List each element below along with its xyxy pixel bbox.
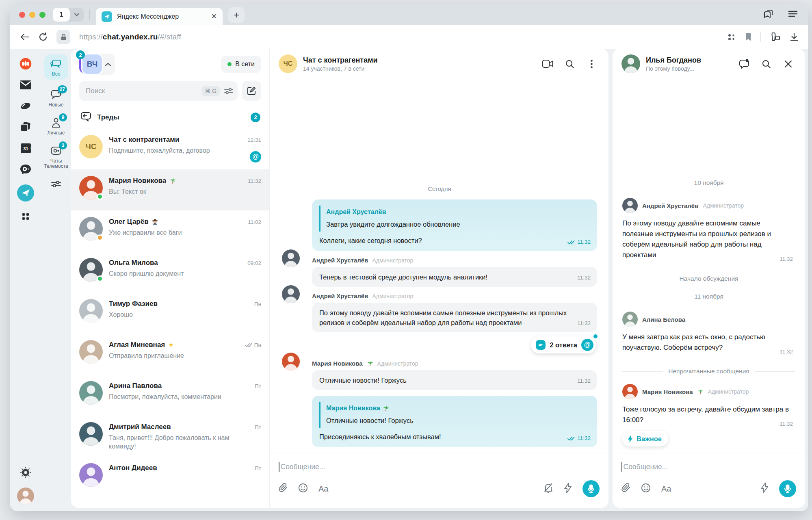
chat-item-anton-dideev[interactable]: Антон ДидеевПт [71,457,269,498]
back-icon[interactable] [20,33,30,41]
quick-actions-icon[interactable] [760,483,769,495]
message-incoming[interactable]: Мария Новикова Администратор Отличные но… [312,354,597,390]
tab-all-chats[interactable]: Все [44,54,68,80]
minimize-window-button[interactable] [29,12,35,18]
dots-grid-icon[interactable] [727,32,736,41]
message-author[interactable]: Мария Новикова [312,360,363,367]
message-outgoing[interactable]: Андрей Хрусталёв Завтра увидите долгожда… [312,199,597,251]
compose-button[interactable] [242,81,261,101]
message-author[interactable]: Андрей Хрусталёв [642,202,698,209]
lock-icon[interactable] [56,30,70,44]
messenger-favicon-icon [102,11,112,22]
chat-item-arina-pavlova[interactable]: Арина ПавловаПт Посмотри, пожалуйста, ко… [71,375,269,416]
message-author[interactable]: Андрей Хрусталёв [312,257,368,264]
open-chat-icon[interactable] [736,56,752,72]
chat-item-aglaya-minevnaya[interactable]: Аглая Миневная★ Пн Отправила приглашение [71,334,269,375]
threads-row[interactable]: Треды 2 [71,106,269,128]
search-icon[interactable] [758,56,774,72]
bookmark-icon[interactable] [745,33,751,41]
documents-icon[interactable] [19,121,32,133]
disk-icon[interactable] [19,100,32,112]
important-badge[interactable]: Важное [622,431,668,446]
message-author[interactable]: Мария Новикова [642,388,693,395]
thread-replies-chip[interactable]: 2 ответа @ [531,336,596,353]
mute-bell-icon[interactable] [543,483,553,495]
close-icon[interactable] [780,56,796,72]
browser-tab[interactable]: Яндекс Мессенджер ✕ [96,8,223,25]
messenger-icon[interactable] [17,184,34,202]
browser-tab-strip: 1 Яндекс Мессенджер ✕ + [10,4,808,25]
message-list: Сегодня Андрей Хрусталёв Завтра увидите … [270,79,608,453]
telemost-icon[interactable] [19,163,32,176]
message-text: По этому поводу давайте вспомним самые п… [622,219,771,259]
message-input[interactable]: Сообщение... [279,461,600,473]
voice-message-button[interactable] [779,480,796,497]
thread-bubble-icon [536,340,546,350]
download-icon[interactable] [790,32,799,41]
tab-new-chats[interactable]: 27 Новые [42,89,70,108]
tab-overview-icon[interactable] [764,9,774,21]
chat-item-olga-milova[interactable]: Ольга Милова09:02 Скоро пришлю документ [71,251,269,292]
presence-status[interactable]: В сети [221,56,261,73]
profile-avatar[interactable] [17,488,34,505]
voice-message-button[interactable] [582,480,600,497]
palm-tree-emoji [169,178,176,184]
message-incoming[interactable]: Андрей Хрусталёв Администратор По этому … [312,287,597,354]
thread-message[interactable]: Алина Белова У меня завтра как раз есть … [622,307,795,357]
collections-icon[interactable] [770,32,781,42]
tab-telemost-chats[interactable]: 3 Чаты Телемоста [42,145,70,169]
message-incoming[interactable]: Андрей Хрусталёв Администратор Теперь в … [312,251,597,287]
close-window-button[interactable] [19,12,25,18]
all-services-icon[interactable] [19,210,32,223]
emoji-icon[interactable] [641,483,651,494]
thread-composer: Сообщение... Aa [613,453,805,508]
quoted-message[interactable]: Андрей Хрусталёв Завтра увидите долгожда… [319,206,590,232]
kebab-menu-icon[interactable] [583,56,600,72]
palm-tree-emoji [697,389,704,395]
chat-item-maria-novikova[interactable]: Мария Новикова11:32 Вы: Текст ок [71,169,269,210]
search-input[interactable] [86,87,197,95]
address-bar[interactable]: https://chat.yandex.ru/#/staff [79,32,181,41]
tab-personal-chats[interactable]: 9 Личные [42,117,70,136]
message-input[interactable]: Сообщение... [621,461,796,473]
format-icon[interactable]: Aa [661,484,671,494]
chat-last-message: Уже исправили все баги [109,228,255,237]
chat-item-timur-faziev[interactable]: Тимур ФазиевПн Хорошо [71,292,269,334]
mail-icon[interactable] [19,79,32,91]
chat-last-message: Хорошо [109,310,255,319]
message-author[interactable]: Андрей Хрусталёв [312,292,368,299]
chat-list-filter-button[interactable] [42,178,70,190]
search-icon[interactable] [561,56,578,72]
new-tab-button[interactable]: + [228,7,245,23]
menu-icon[interactable] [788,10,798,20]
thread-message[interactable]: Мария Новикова Администратор Тоже голосу… [622,379,795,446]
search-box[interactable]: ⌘ G [79,81,238,101]
chat-item-contractors[interactable]: ЧС Чат с контрагентами12:31 Подпишите, п… [71,128,269,169]
chat-item-dmitriy-masleev[interactable]: Дмитрий МаслеевПт Таня, привет!!! Добро … [71,416,269,457]
chat-avatar[interactable]: ЧС [279,54,297,73]
chevron-down-icon[interactable] [70,13,84,16]
message-author[interactable]: Алина Белова [642,316,685,323]
avatar [622,198,638,213]
attach-icon[interactable] [279,483,288,494]
workspace-switcher[interactable]: 2 Ф ВЧ [79,54,115,75]
thread-message[interactable]: Андрей Хрусталёв Администратор По этому … [622,193,795,264]
quoted-message[interactable]: Мария Новикова Отличные новости! Горжусь [319,402,590,428]
search-filter-icon[interactable] [224,87,234,95]
calendar-icon[interactable]: 31 [19,142,32,154]
quick-actions-icon[interactable] [564,483,572,495]
video-call-icon[interactable] [539,56,556,72]
emoji-icon[interactable] [298,483,308,494]
yandex-360-icon[interactable] [19,58,32,70]
zoom-window-button[interactable] [39,12,45,18]
chat-item-oleg-tsarev[interactable]: Олег Царёв11:02 Уже исправили все баги [71,210,269,251]
tab-counter[interactable]: 1 [53,8,84,22]
reload-icon[interactable] [39,32,48,41]
message-outgoing[interactable]: Мария Новикова Отличные новости! Горжусь… [312,396,597,447]
format-icon[interactable]: Aa [318,484,328,494]
attach-icon[interactable] [621,483,630,494]
chat-title[interactable]: Чат с контрагентами [303,56,534,65]
thread-title[interactable]: Илья Богданов [646,56,730,65]
close-tab-icon[interactable]: ✕ [211,12,217,21]
settings-gear-icon[interactable] [19,466,32,479]
